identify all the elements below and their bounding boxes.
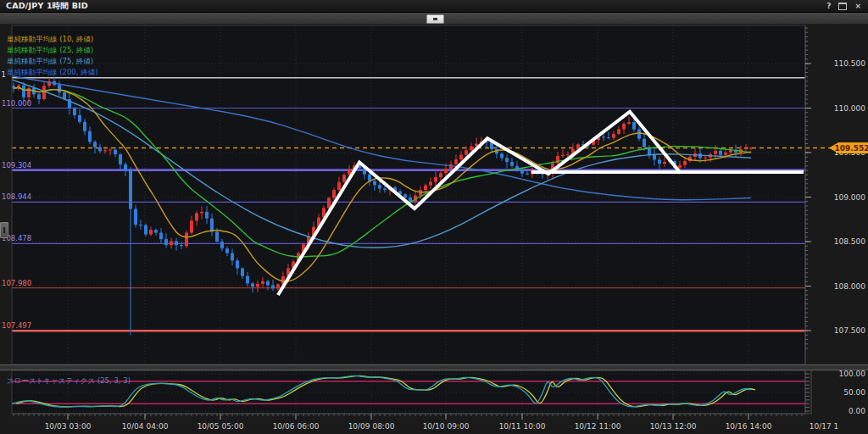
- price-axis-label: 107.500: [834, 326, 865, 335]
- time-axis-label: 10/11 10:00: [499, 422, 546, 431]
- toolbar-strip: [0, 13, 868, 25]
- time-axis-label: 10/03 03:00: [45, 422, 92, 431]
- collapse-icon: [433, 18, 437, 20]
- svg-text:107.980: 107.980: [2, 279, 31, 287]
- chart-canvas[interactable]: 110.500110.000109.500109.000108.500108.0…: [0, 0, 868, 434]
- indicator-axis-label: 0.00: [849, 407, 865, 415]
- price-axis-label: 110.500: [834, 59, 865, 68]
- price-axis-label: 108.500: [834, 237, 865, 246]
- svg-text:108.944: 108.944: [2, 192, 31, 201]
- current-price-badge: 109.552: [829, 142, 868, 153]
- time-axis-label: 10/09 08:00: [348, 422, 395, 431]
- toolbar-collapse-button[interactable]: [426, 14, 444, 24]
- time-axis-label: 10/16 14:00: [726, 422, 772, 431]
- indicator-axis-label: 50.00: [843, 388, 865, 397]
- svg-text:107.497: 107.497: [2, 321, 31, 330]
- partial-level-label: 1: [2, 70, 6, 79]
- pane-splitter[interactable]: [0, 364, 868, 370]
- price-axis-label: 110.000: [834, 104, 865, 113]
- svg-text:110.000: 110.000: [2, 99, 31, 108]
- trading-app-window: { "window": { "title": "CAD/JPY 1時間 BID"…: [0, 0, 868, 434]
- window-controls: ? ×: [826, 0, 861, 12]
- time-axis-label: 10/05 05:00: [198, 422, 244, 431]
- grip-icon: [3, 227, 5, 233]
- time-axis-label: 10/10 09:00: [423, 422, 470, 431]
- left-panel-collapse-handle[interactable]: [0, 222, 8, 238]
- time-axis-label: 10/12 11:00: [575, 422, 621, 431]
- close-button[interactable]: ×: [854, 0, 861, 12]
- indicator-axis-label: 100.00: [839, 370, 866, 378]
- time-axis-label: 10/17 1: [810, 422, 839, 431]
- indicator-pane[interactable]: [12, 370, 805, 414]
- title-bar: CAD/JPY 1時間 BID ? ×: [0, 0, 868, 13]
- svg-text:109.304: 109.304: [2, 161, 31, 170]
- time-axis-label: 10/13 12:00: [650, 422, 697, 431]
- help-button[interactable]: ?: [826, 0, 831, 12]
- price-axis-label: 108.000: [834, 282, 865, 291]
- maximize-button[interactable]: [838, 3, 847, 10]
- window-title: CAD/JPY 1時間 BID: [6, 1, 88, 12]
- price-axis-label: 109.000: [834, 193, 865, 202]
- time-axis-label: 10/04 04:00: [122, 422, 169, 431]
- time-axis-label: 10/06 06:00: [273, 422, 320, 431]
- svg-text:109.552: 109.552: [835, 144, 868, 153]
